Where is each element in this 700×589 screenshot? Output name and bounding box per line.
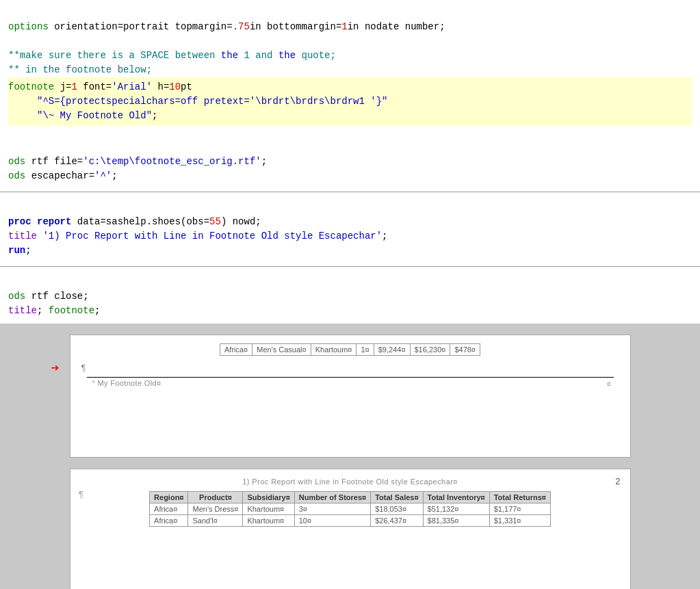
code-ods-close: ods rtf close; — [8, 291, 89, 302]
cell-r1-sales: $18,053¤ — [371, 503, 423, 515]
code-divider — [0, 192, 700, 192]
code-ods-escape: ods escapechar='^'; — [8, 170, 118, 181]
cell-r1-subsidiary: Khartoum¤ — [243, 503, 294, 515]
doc-page-1: Africa¤ Men's Casual¤ Khartoum¤ 1¤ $9,24… — [70, 335, 631, 458]
footnote-section: ➔ ¶ ° My Footnote Old¤ ¤ — [76, 363, 625, 387]
footnote-text: ° My Footnote Old¤ — [92, 379, 161, 387]
para-mark: ¶ — [81, 363, 86, 373]
code-ods-rtf: ods rtf file='c:\temp\footnote_esc_orig.… — [8, 156, 267, 167]
page2-title: 1) Proc Report with Line in Footnote Old… — [76, 477, 625, 486]
code-title-footnote: title; footnote; — [8, 305, 100, 316]
red-arrow-icon: ➔ — [51, 359, 60, 376]
th-sales: Total Sales¤ — [371, 492, 423, 503]
para-line: ➔ ¶ — [81, 363, 619, 373]
code-block-2: proc report data=sashelp.shoes(obs=55) n… — [0, 195, 700, 263]
code-title: title '1) Proc Report with Line in Footn… — [8, 231, 388, 241]
cell-r1-returns: $1,177¤ — [489, 503, 550, 515]
footnote-area: ° My Footnote Old¤ ¤ — [87, 377, 614, 387]
page1-table: Africa¤ Men's Casual¤ Khartoum¤ 1¤ $9,24… — [220, 343, 480, 356]
cell-r2-product: Sand'l¤ — [188, 515, 243, 527]
cell-r2-sales: $26,437¤ — [371, 515, 423, 527]
cell-inventory: $16,230¤ — [410, 344, 450, 356]
page1-table-container: Africa¤ Men's Casual¤ Khartoum¤ 1¤ $9,24… — [76, 343, 625, 356]
footnote-wrapper: ° My Footnote Old¤ ¤ — [81, 377, 619, 387]
th-subsidiary: Subsidiary¤ — [243, 492, 294, 503]
code-block-3: ods rtf close; title; footnote; — [0, 270, 700, 324]
page2-table-container: Region¤ Product¤ Subsidiary¤ Number of S… — [76, 491, 625, 527]
page-number: 2 — [615, 476, 620, 486]
doc-page-2: 2 1) Proc Report with Line in Footnote O… — [70, 469, 631, 589]
th-inventory: Total Inventory¤ — [423, 492, 489, 503]
footnote-end-mark: ¤ — [607, 380, 611, 388]
cell-r2-stores: 10¤ — [294, 515, 370, 527]
code-line-2: **make sure there is a SPACE between the… — [8, 50, 336, 61]
table-row-1: Africa¤ Men's Dress¤ Khartoum¤ 3¤ $18,05… — [150, 503, 551, 515]
table-row: Africa¤ Men's Casual¤ Khartoum¤ 1¤ $9,24… — [220, 344, 480, 356]
cell-r1-region: Africa¤ — [150, 503, 188, 515]
cell-r2-returns: $1,331¤ — [489, 515, 550, 527]
highlight-block: footnote j=1 font='Arial' h=10pt "^S={pr… — [8, 77, 692, 126]
cell-r1-stores: 3¤ — [294, 503, 370, 515]
cell-r2-subsidiary: Khartoum¤ — [243, 515, 294, 527]
code-block: options orientation=portrait topmargin=.… — [0, 0, 700, 189]
cell-sales: $9,244¤ — [374, 344, 410, 356]
th-stores: Number of Stores¤ — [294, 492, 370, 503]
cell-r2-region: Africa¤ — [150, 515, 188, 527]
preview-area: Africa¤ Men's Casual¤ Khartoum¤ 1¤ $9,24… — [0, 324, 700, 589]
table-row-2: Africa¤ Sand'l¤ Khartoum¤ 10¤ $26,437¤ $… — [150, 515, 551, 527]
para-mark-2: ¶ — [79, 490, 84, 500]
code-divider-2 — [0, 266, 700, 267]
th-returns: Total Returns¤ — [489, 492, 550, 503]
page2-table: Region¤ Product¤ Subsidiary¤ Number of S… — [149, 491, 551, 527]
code-proc: proc report data=sashelp.shoes(obs=55) n… — [8, 216, 261, 227]
code-line-3: ** in the footnote below; — [8, 64, 152, 75]
cell-returns: $478¤ — [450, 344, 480, 356]
cell-r1-product: Men's Dress¤ — [188, 503, 243, 515]
th-region: Region¤ — [150, 492, 188, 503]
table-header-row: Region¤ Product¤ Subsidiary¤ Number of S… — [150, 492, 551, 503]
cell-r2-inventory: $81,335¤ — [423, 515, 489, 527]
cell-stores: 1¤ — [357, 344, 374, 356]
cell-product: Men's Casual¤ — [252, 344, 311, 356]
code-line-1: options orientation=portrait topmargin=.… — [8, 21, 445, 32]
cell-region: Africa¤ — [220, 344, 252, 356]
cell-subsidiary: Khartoum¤ — [311, 344, 357, 356]
code-run: run; — [8, 245, 31, 256]
cell-r1-inventory: $51,132¤ — [423, 503, 489, 515]
th-product: Product¤ — [188, 492, 243, 503]
